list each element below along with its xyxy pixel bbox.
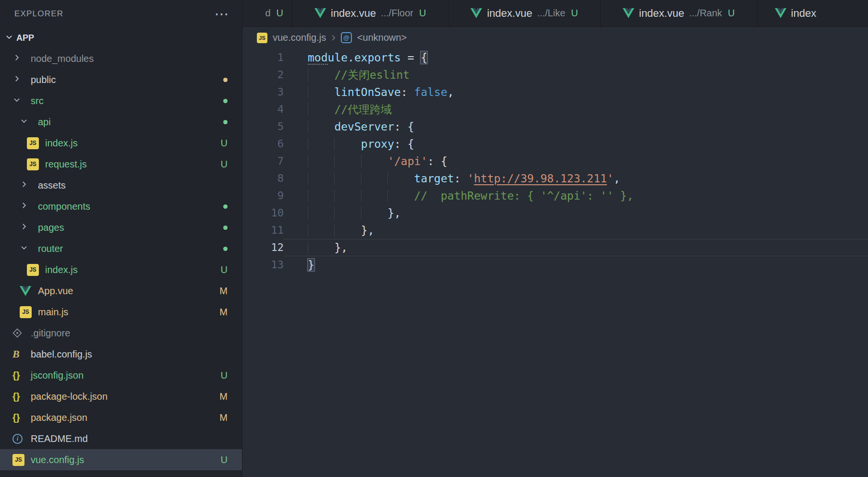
item-label: public <box>31 74 56 85</box>
code-line-13[interactable]: 13} <box>242 256 868 274</box>
line-content[interactable]: target: 'http://39.98.123.211', <box>284 170 868 187</box>
code-token: //关闭eslint <box>334 69 410 81</box>
more-actions-icon[interactable]: ⋯ <box>215 9 229 19</box>
line-content[interactable]: }, <box>284 222 868 239</box>
code-line-9[interactable]: 9 // pathRewrite: { '^/api': '' }, <box>242 187 868 204</box>
code-line-5[interactable]: 5 devServer: { <box>242 118 868 135</box>
folder-item-src[interactable]: src <box>0 90 242 111</box>
git-status-badge: U <box>221 264 228 275</box>
line-number[interactable]: 8 <box>242 170 284 187</box>
file-item-package.json[interactable]: {}package.jsonM <box>0 407 242 428</box>
line-content[interactable]: '/api': { <box>284 153 868 170</box>
editor-tab-index.vue[interactable]: index.vue.../RankU <box>601 0 758 26</box>
folder-item-nodemodules[interactable]: node_modules <box>0 48 242 69</box>
folder-item-router[interactable]: router <box>0 238 242 259</box>
file-item-request.js[interactable]: JSrequest.jsU <box>0 154 242 175</box>
code-line-3[interactable]: 3 lintOnSave: false, <box>242 83 868 101</box>
js-icon: JS <box>27 137 39 149</box>
folder-item-pages[interactable]: pages <box>0 217 242 238</box>
item-icon-box: JS <box>27 137 45 149</box>
git-changes-dot-icon <box>223 247 228 251</box>
line-number[interactable]: 10 <box>242 204 284 222</box>
tab-file-name: index <box>791 7 817 20</box>
file-item-readme.md[interactable]: iREADME.md <box>0 428 242 449</box>
file-item-index.js[interactable]: JSindex.jsU <box>0 132 242 154</box>
tab-file-name: index.vue <box>639 7 684 20</box>
breadcrumb-file[interactable]: vue.config.js <box>273 32 326 43</box>
item-label: request.js <box>45 159 87 170</box>
code-line-10[interactable]: 10 }, <box>242 204 868 222</box>
file-item-vue.config.js[interactable]: JSvue.config.jsU <box>0 449 242 470</box>
js-icon: JS <box>27 264 39 276</box>
line-number[interactable]: 2 <box>242 66 284 83</box>
section-header-app[interactable]: APP <box>0 28 242 48</box>
code-token: mod <box>308 51 328 65</box>
code-token: exports <box>354 51 401 64</box>
code-line-11[interactable]: 11 }, <box>242 222 868 239</box>
file-item-.gitignore[interactable]: .gitignore <box>0 322 242 344</box>
symbol-icon: @ <box>341 32 352 43</box>
indent-guide <box>308 138 334 150</box>
chevron-right-icon <box>12 74 21 85</box>
code-line-4[interactable]: 4 //代理跨域 <box>242 101 868 118</box>
tab-folder-description: .../Rank <box>689 8 722 19</box>
line-content[interactable]: // pathRewrite: { '^/api': '' }, <box>284 187 868 204</box>
code-line-2[interactable]: 2 //关闭eslint <box>242 66 868 83</box>
line-content[interactable]: devServer: { <box>284 118 868 135</box>
line-content[interactable]: }, <box>284 239 868 256</box>
vue-icon <box>20 286 31 296</box>
file-tree: node_modulespublicsrcapiJSindex.jsUJSreq… <box>0 48 242 477</box>
item-badges: M <box>219 391 228 402</box>
line-number[interactable]: 7 <box>242 153 284 170</box>
line-content[interactable]: //代理跨域 <box>284 101 868 118</box>
code-line-6[interactable]: 6 proxy: { <box>242 135 868 153</box>
line-content[interactable]: } <box>284 256 868 274</box>
folder-item-assets[interactable]: assets <box>0 175 242 196</box>
line-content[interactable]: //关闭eslint <box>284 66 868 83</box>
editor-tab-partial[interactable]: dU <box>242 0 292 26</box>
line-number[interactable]: 5 <box>242 118 284 135</box>
file-item-package-lock.json[interactable]: {}package-lock.jsonM <box>0 386 242 407</box>
folder-item-api[interactable]: api <box>0 111 242 132</box>
line-number[interactable]: 11 <box>242 222 284 239</box>
line-number[interactable]: 1 <box>242 49 284 66</box>
item-icon-box <box>20 180 38 191</box>
line-content[interactable]: module.exports = { <box>284 49 868 66</box>
file-item-main.js[interactable]: JSmain.jsM <box>0 301 242 322</box>
file-item-babel.config.js[interactable]: Bbabel.config.js <box>0 344 242 365</box>
line-content[interactable]: }, <box>284 204 868 222</box>
code-line-8[interactable]: 8 target: 'http://39.98.123.211', <box>242 170 868 187</box>
editor-tab-index.vue[interactable]: index.vue.../FloorU <box>292 0 448 26</box>
code-area[interactable]: 1module.exports = {2 //关闭eslint3 lintOnS… <box>242 48 868 477</box>
indent-guide <box>308 224 334 237</box>
file-item-app.vue[interactable]: App.vueM <box>0 280 242 301</box>
code-line-7[interactable]: 7 '/api': { <box>242 153 868 170</box>
breadcrumb-symbol[interactable]: <unknown> <box>357 32 407 43</box>
line-number[interactable]: 9 <box>242 187 284 204</box>
line-number[interactable]: 13 <box>242 256 284 274</box>
folder-item-public[interactable]: public <box>0 69 242 90</box>
line-content[interactable]: lintOnSave: false, <box>284 83 868 101</box>
json-icon: {} <box>12 370 20 381</box>
line-number[interactable]: 6 <box>242 135 284 153</box>
line-content[interactable]: proxy: { <box>284 135 868 153</box>
indent-guide <box>308 207 334 219</box>
item-icon-box: i <box>12 434 31 444</box>
git-status-badge: U <box>221 138 228 149</box>
folder-item-components[interactable]: components <box>0 196 242 217</box>
indent-guide <box>334 224 361 237</box>
line-number[interactable]: 4 <box>242 101 284 118</box>
editor-tab-index.vue[interactable]: index.vue.../LikeU <box>448 0 601 26</box>
editor-group: dUindex.vue.../FloorUindex.vue.../LikeUi… <box>242 0 868 477</box>
code-line-1[interactable]: 1module.exports = { <box>242 49 868 66</box>
file-item-jsconfig.json[interactable]: {}jsconfig.jsonU <box>0 365 242 386</box>
tab-file-name: index.vue <box>331 7 376 20</box>
item-label: main.js <box>38 307 68 318</box>
line-number[interactable]: 12 <box>242 239 284 256</box>
indent-guide <box>308 120 334 133</box>
editor-tab-index[interactable]: index <box>758 0 868 26</box>
line-number[interactable]: 3 <box>242 83 284 101</box>
vue-icon <box>775 8 786 18</box>
file-item-index.js[interactable]: JSindex.jsU <box>0 259 242 280</box>
code-line-12[interactable]: 12 }, <box>242 239 868 256</box>
